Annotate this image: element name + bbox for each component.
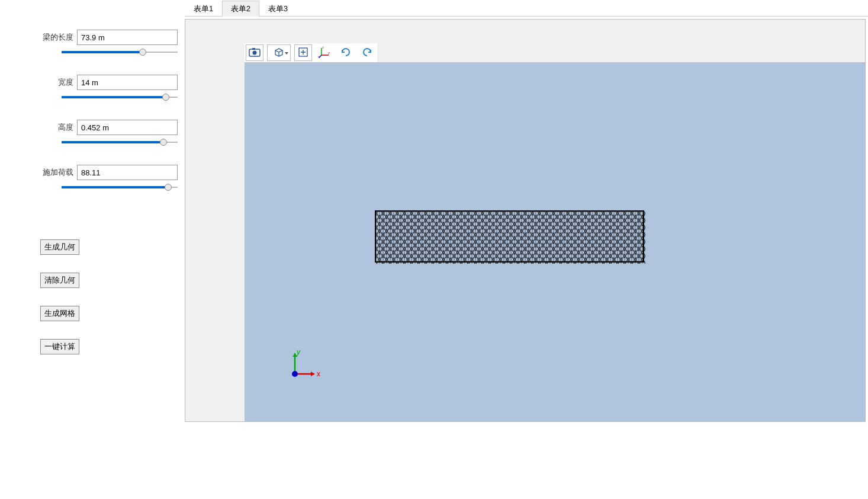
svg-marker-13 xyxy=(311,372,314,376)
width-label: 宽度 xyxy=(58,77,73,88)
parameter-sidebar: 梁的长度 宽度 高度 施加荷载 xyxy=(0,0,185,499)
tab-form2[interactable]: 表单2 xyxy=(222,1,259,17)
load-row: 施加荷载 xyxy=(7,165,178,180)
svg-text:x: x xyxy=(318,55,320,59)
height-input[interactable] xyxy=(77,120,178,135)
axes-icon: z y x xyxy=(318,46,331,60)
generate-mesh-button[interactable]: 生成网格 xyxy=(40,306,79,321)
axis-orientation-button[interactable]: z y x xyxy=(316,44,333,61)
main-panel: 表单1 表单2 表单3 xyxy=(185,0,868,499)
height-row: 高度 xyxy=(7,120,178,135)
svg-text:z: z xyxy=(322,46,324,49)
viewport-3d[interactable]: x y xyxy=(245,62,865,421)
zoom-extents-button[interactable] xyxy=(294,44,312,61)
axis-x-label: x xyxy=(317,370,320,378)
load-input[interactable] xyxy=(77,165,178,180)
width-slider[interactable] xyxy=(62,92,178,102)
cube-icon xyxy=(274,47,284,59)
generate-geometry-button[interactable]: 生成几何 xyxy=(40,239,79,255)
load-label: 施加荷载 xyxy=(43,167,73,178)
beam-length-input[interactable] xyxy=(77,30,178,45)
svg-point-1 xyxy=(253,50,257,55)
width-row: 宽度 xyxy=(7,75,178,90)
snapshot-button[interactable] xyxy=(246,44,263,61)
load-slider[interactable] xyxy=(62,183,178,192)
height-label: 高度 xyxy=(58,122,73,133)
fit-icon xyxy=(298,47,308,59)
width-input[interactable] xyxy=(77,75,178,90)
beam-mesh xyxy=(375,210,644,263)
beam-length-slider[interactable] xyxy=(62,47,178,57)
rotate-right-button[interactable] xyxy=(358,44,376,61)
axis-gizmo: x y xyxy=(286,347,322,383)
action-buttons: 生成几何 清除几何 生成网格 一键计算 xyxy=(7,239,178,372)
one-click-compute-button[interactable]: 一键计算 xyxy=(40,339,79,354)
rotate-ccw-icon xyxy=(340,46,352,60)
rotate-cw-icon xyxy=(361,46,373,60)
tab-form1[interactable]: 表单1 xyxy=(185,1,222,17)
svg-point-16 xyxy=(292,371,298,377)
rotate-left-button[interactable] xyxy=(337,44,355,61)
graphics-toolbar: z y x xyxy=(245,43,377,62)
svg-rect-2 xyxy=(252,48,255,50)
height-slider[interactable] xyxy=(62,137,178,147)
view-cube-button[interactable] xyxy=(267,44,291,61)
tab-form3[interactable]: 表单3 xyxy=(259,1,297,17)
camera-icon xyxy=(249,47,261,59)
graphics-canvas-frame: z y x xyxy=(185,19,866,422)
beam-length-row: 梁的长度 xyxy=(7,30,178,45)
svg-rect-11 xyxy=(376,212,645,264)
tab-bar: 表单1 表单2 表单3 xyxy=(185,0,868,17)
axis-y-label: y xyxy=(296,348,301,356)
clear-geometry-button[interactable]: 清除几何 xyxy=(40,273,79,288)
beam-length-label: 梁的长度 xyxy=(43,32,73,43)
svg-text:y: y xyxy=(328,51,330,55)
